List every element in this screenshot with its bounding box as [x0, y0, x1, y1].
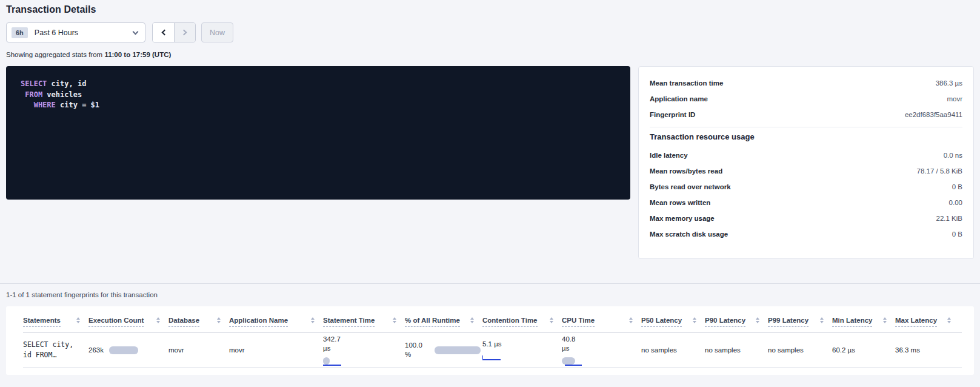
sort-icon — [311, 317, 315, 323]
column-header-statement-time[interactable]: Statement Time — [323, 317, 405, 327]
cpu-time-bar — [562, 357, 598, 366]
summary-row-mean-transaction-time: Mean transaction time 386.3 µs — [650, 75, 962, 91]
table-row: SELECT city, id FROM… 263k movr movr 342… — [23, 333, 962, 368]
sort-icon — [629, 317, 633, 323]
cell-database: movr — [168, 346, 229, 354]
sort-icon — [76, 317, 80, 323]
resource-row-max-scratch-disk-usage: Max scratch disk usage 0 B — [650, 226, 962, 242]
column-header-min-latency[interactable]: Min Latency — [832, 317, 895, 327]
sort-icon — [550, 317, 553, 323]
resource-row-mean-rows-bytes-read: Mean rows/bytes read 78.17 / 5.8 KiB — [650, 163, 962, 179]
summary-divider — [650, 127, 962, 127]
runtime-pct-bar — [435, 346, 481, 354]
summary-row-fingerprint-id: Fingerprint ID ee2df683f5aa9411 — [650, 107, 962, 123]
cell-max-latency: 36.3 ms — [895, 346, 959, 354]
cell-p50-latency: no samples — [641, 346, 705, 354]
aggregated-stats-line: Showing aggregated stats from 11:00 to 1… — [6, 51, 980, 58]
sql-statement-box: SELECT city, id FROM vehicles WHERE city… — [6, 66, 630, 200]
summary-row-application-name: Application name movr — [650, 91, 962, 107]
stats-range: 11:00 to 17:59 (UTC) — [104, 51, 171, 58]
sql-keyword: WHERE — [21, 101, 56, 109]
statements-table: Statements Execution Count Database Appl… — [6, 306, 974, 375]
cell-execution-count: 263k — [88, 346, 168, 354]
cell-min-latency: 60.2 µs — [832, 346, 895, 354]
stats-prefix: Showing aggregated stats from — [6, 51, 104, 58]
column-header-application-name[interactable]: Application Name — [229, 317, 323, 327]
chevron-down-icon — [133, 29, 139, 35]
section-divider — [0, 283, 980, 284]
sort-icon — [883, 317, 887, 323]
column-header-p90-latency[interactable]: P90 Latency — [705, 317, 768, 327]
column-header-p50-latency[interactable]: P50 Latency — [641, 317, 705, 327]
time-range-label: Past 6 Hours — [35, 29, 133, 37]
column-header-p99-latency[interactable]: P99 Latency — [768, 317, 832, 327]
transaction-summary-card: Mean transaction time 386.3 µs Applicati… — [638, 66, 974, 259]
resource-usage-heading: Transaction resource usage — [650, 132, 962, 141]
chevron-left-icon — [161, 30, 167, 36]
cell-application-name: movr — [229, 346, 323, 354]
page-title: Transaction Details — [6, 4, 980, 15]
column-header-database[interactable]: Database — [168, 317, 229, 327]
resource-row-max-memory-usage: Max memory usage 22.1 KiB — [650, 210, 962, 226]
execution-count-bar — [109, 346, 138, 354]
column-header-statements[interactable]: Statements — [23, 317, 88, 327]
column-header-cpu-time[interactable]: CPU Time — [562, 317, 641, 327]
prev-time-button[interactable] — [153, 23, 174, 42]
sort-icon — [693, 317, 696, 323]
time-pager — [152, 22, 196, 42]
sort-icon — [217, 317, 221, 323]
now-button[interactable]: Now — [201, 22, 233, 42]
time-range-dropdown[interactable]: 6h Past 6 Hours — [6, 22, 145, 42]
sql-statement-text: SELECT city, id FROM vehicles WHERE city… — [21, 79, 618, 111]
time-range-badge: 6h — [12, 27, 28, 38]
sort-icon — [156, 317, 160, 323]
contention-time-bar — [482, 352, 519, 360]
sql-keyword: SELECT — [21, 79, 47, 88]
cell-pct-of-all-runtime: 100.0 % — [405, 341, 482, 359]
resource-row-idle-latency: Idle latency 0.0 ns — [650, 147, 962, 163]
sql-keyword: FROM — [21, 90, 42, 99]
cell-p90-latency: no samples — [705, 346, 768, 354]
column-header-max-latency[interactable]: Max Latency — [895, 317, 959, 327]
resource-row-bytes-read-over-network: Bytes read over network 0 B — [650, 179, 962, 195]
time-controls: 6h Past 6 Hours Now — [6, 22, 980, 42]
column-header-pct-of-all-runtime[interactable]: % of All Runtime — [405, 317, 482, 327]
resource-row-mean-rows-written: Mean rows written 0.00 — [650, 195, 962, 210]
sort-icon — [470, 317, 474, 323]
cell-cpu-time: 40.8 µs — [562, 335, 641, 366]
cell-contention-time: 5.1 µs — [482, 340, 562, 360]
sort-icon — [393, 317, 396, 323]
cell-statement-time: 342.7 µs — [323, 335, 405, 366]
chevron-right-icon — [181, 30, 187, 36]
sort-icon — [947, 317, 951, 323]
statements-table-header: Statements Execution Count Database Appl… — [23, 306, 962, 333]
statement-link[interactable]: SELECT city, id FROM… — [23, 340, 82, 360]
statement-time-bar — [323, 357, 359, 366]
column-header-contention-time[interactable]: Contention Time — [482, 317, 562, 327]
next-time-button[interactable] — [174, 23, 195, 42]
sort-icon — [820, 317, 824, 323]
sort-icon — [756, 317, 759, 323]
column-header-execution-count[interactable]: Execution Count — [88, 317, 168, 327]
cell-p99-latency: no samples — [768, 346, 832, 354]
fingerprints-caption: 1-1 of 1 statement fingerprints for this… — [6, 291, 980, 298]
